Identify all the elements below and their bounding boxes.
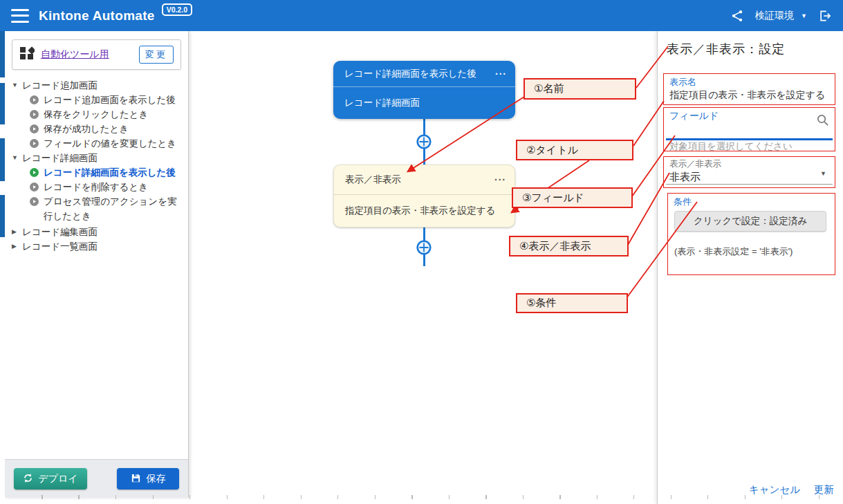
change-app-button[interactable]: 変更: [139, 46, 174, 64]
sidebar-item-after-add-screen-shown[interactable]: レコード追加画面を表示した後: [12, 93, 188, 107]
condition-group: 条件 クリックで設定：設定済み (表示・非表示設定 = '非表示'): [667, 193, 835, 275]
chevron-right-icon: ▶: [12, 239, 22, 254]
version-badge: V0.2.0: [162, 3, 192, 16]
play-circle-icon: [30, 122, 40, 136]
play-circle-icon: [30, 93, 40, 107]
condition-config-button[interactable]: クリックで設定：設定済み: [674, 211, 826, 232]
visibility-select-group: 表示／非表示 非表示 ▼: [663, 156, 835, 188]
action-node[interactable]: 表示／非表示 ··· 指定項目の表示・非表示を設定する: [333, 165, 515, 227]
sidebar-item-record-delete[interactable]: レコードを削除するとき: [12, 180, 188, 194]
field-label: フィールド: [664, 108, 835, 122]
page: Kintone Automate V0.2.0 検証環境 ▼ 自動化ツール用 変…: [0, 0, 843, 504]
add-step-button[interactable]: [416, 134, 432, 149]
play-circle-icon-selected: [30, 165, 40, 180]
annotation-condition: ⑤条件: [516, 293, 628, 313]
chevron-down-icon: ▼: [12, 151, 22, 165]
trigger-node-body: レコード詳細画面: [333, 86, 515, 119]
hamburger-menu-icon[interactable]: [11, 9, 29, 23]
chevron-down-icon: ▼: [12, 78, 22, 93]
condition-label: 条件: [668, 194, 835, 208]
sidebar-item-record-detail-screen[interactable]: ▼ レコード詳細画面: [12, 151, 188, 165]
annotation-field: ③フィールド: [512, 187, 633, 208]
action-node-body: 指定項目の表示・非表示を設定する: [334, 194, 515, 227]
play-circle-icon: [30, 194, 40, 209]
action-node-header: 表示／非表示 ···: [334, 165, 515, 194]
app-card: 自動化ツール用 変更: [12, 39, 181, 70]
left-edge-strip: [0, 31, 5, 504]
deploy-button[interactable]: デプロイ: [14, 468, 87, 489]
sidebar-item-after-detail-screen-shown[interactable]: レコード詳細画面を表示した後: [12, 165, 188, 180]
share-icon[interactable]: [730, 9, 744, 23]
panel-title: 表示／非表示：設定: [667, 41, 785, 57]
sidebar-item-field-value-changed[interactable]: フィールドの値を変更したとき: [12, 136, 188, 151]
play-circle-icon: [30, 107, 40, 122]
chevron-right-icon: ▶: [12, 225, 22, 239]
annotation-title: ②タイトル: [516, 140, 633, 160]
field-select-group: フィールド 対象項目を選択してください: [663, 107, 835, 151]
bottom-ticks: [6, 495, 843, 499]
display-name-input[interactable]: 指定項目の表示・非表示を設定する: [664, 88, 835, 102]
add-step-button[interactable]: [416, 240, 432, 255]
sidebar-item-record-edit-screen[interactable]: ▶ レコード編集画面: [12, 225, 188, 239]
chevron-down-icon[interactable]: ▼: [801, 12, 807, 19]
sidebar-item-save-clicked[interactable]: 保存をクリックしたとき: [12, 107, 188, 122]
save-button[interactable]: 保存: [117, 468, 179, 489]
sidebar-item-record-add-screen[interactable]: ▼ レコード追加画面: [12, 78, 188, 93]
app-name-link[interactable]: 自動化ツール用: [41, 48, 133, 61]
trigger-node-header: レコード詳細画面を表示した後 ···: [333, 61, 515, 86]
sidebar-item-save-succeeded[interactable]: 保存が成功したとき: [12, 122, 188, 136]
sidebar-footer: デプロイ 保存: [5, 459, 188, 498]
flow-canvas: レコード詳細画面を表示した後 ··· レコード詳細画面 表示／非表示 ··· 指…: [189, 31, 657, 504]
sync-icon: [23, 473, 33, 485]
app-title: Kintone Automate: [39, 8, 155, 24]
field-helper-text: 対象項目を選択してください: [669, 140, 793, 153]
visibility-label: 表示／非表示: [664, 157, 835, 170]
more-icon[interactable]: ···: [495, 68, 507, 80]
sidebar-item-record-list-screen[interactable]: ▶ レコード一覧画面: [12, 239, 188, 254]
trigger-node[interactable]: レコード詳細画面を表示した後 ··· レコード詳細画面: [333, 61, 515, 119]
logout-icon[interactable]: [818, 9, 832, 23]
select-underline: [666, 184, 833, 185]
floppy-disk-icon: [131, 473, 141, 485]
search-icon[interactable]: [816, 113, 829, 129]
dropdown-caret-icon[interactable]: ▼: [820, 170, 826, 177]
event-tree: ▼ レコード追加画面 レコード追加画面を表示した後 保存をクリックしたとき 保存…: [5, 74, 188, 254]
topbar: Kintone Automate V0.2.0 検証環境 ▼: [0, 0, 843, 31]
visibility-select[interactable]: 非表示: [664, 170, 835, 184]
annotation-name: ①名前: [524, 78, 636, 100]
sidebar-item-process-action[interactable]: プロセス管理のアクションを実行したとき: [12, 194, 188, 223]
display-name-field-group: 表示名 指定項目の表示・非表示を設定する: [663, 73, 835, 105]
environment-label[interactable]: 検証環境: [755, 10, 794, 22]
sidebar: 自動化ツール用 変更 ▼ レコード追加画面 レコード追加画面を表示した後 保存を…: [5, 31, 189, 498]
play-circle-icon: [30, 136, 40, 151]
annotation-visibility: ④表示／非表示: [509, 236, 629, 256]
more-icon[interactable]: ···: [494, 174, 506, 185]
condition-summary: (表示・非表示設定 = '非表示'): [674, 245, 835, 258]
app-blocks-icon: [19, 46, 35, 64]
topbar-right: 検証環境 ▼: [730, 9, 832, 23]
play-circle-icon: [30, 180, 40, 194]
display-name-label: 表示名: [664, 74, 835, 88]
settings-panel: 表示／非表示：設定 表示名 指定項目の表示・非表示を設定する フィールド 対象項…: [657, 31, 843, 504]
